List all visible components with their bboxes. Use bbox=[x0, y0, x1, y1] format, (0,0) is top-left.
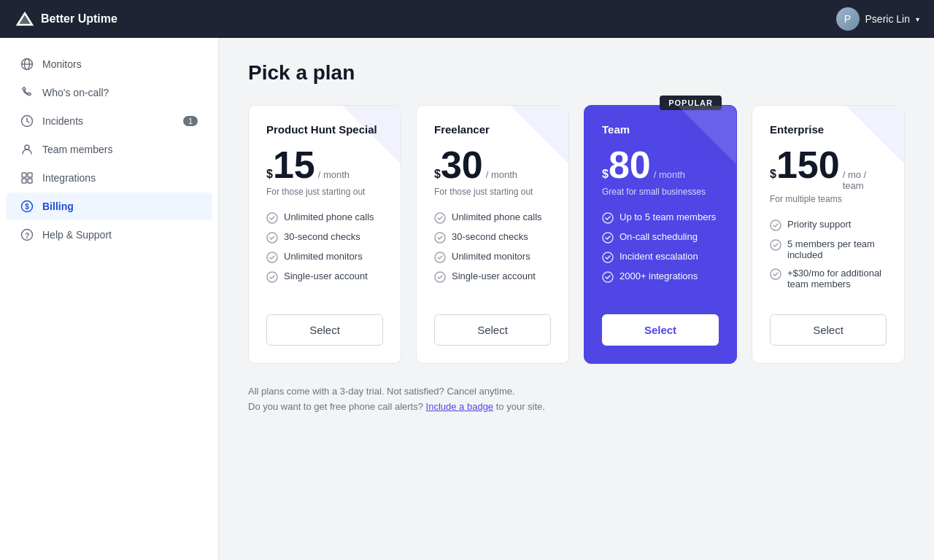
footer-line1: All plans come with a 3-day trial. Not s… bbox=[248, 384, 905, 400]
avatar: P bbox=[836, 7, 860, 31]
feature-2-3: Unlimited monitors bbox=[434, 251, 551, 263]
check-icon bbox=[602, 212, 614, 224]
svg-marker-20 bbox=[510, 106, 568, 164]
incidents-badge: 1 bbox=[183, 116, 198, 126]
puzzle-icon bbox=[20, 171, 34, 184]
feature-3-4: 2000+ integrations bbox=[602, 271, 719, 283]
brand-name: Better Uptime bbox=[41, 12, 117, 26]
feature-1-3: Unlimited monitors bbox=[266, 251, 383, 263]
plan-features-2: Unlimited phone calls 30-second checks U… bbox=[434, 211, 551, 297]
check-icon bbox=[434, 271, 446, 283]
sidebar-item-incidents[interactable]: Incidents 1 bbox=[6, 107, 212, 135]
select-button-enterprise[interactable]: Select bbox=[770, 314, 887, 346]
footer-pre: Do you want to get free phone call alert… bbox=[248, 401, 423, 412]
sidebar-item-integrations[interactable]: Integrations bbox=[6, 164, 212, 192]
check-icon bbox=[770, 219, 781, 231]
price-period-4: / mo / team bbox=[843, 169, 887, 191]
user-menu[interactable]: P Pseric Lin ▾ bbox=[836, 7, 919, 31]
clock-icon bbox=[20, 114, 34, 128]
page-title: Pick a plan bbox=[248, 61, 905, 85]
svg-marker-30 bbox=[846, 106, 904, 164]
price-amount-1: 15 bbox=[273, 146, 315, 184]
price-period-2: / month bbox=[486, 169, 517, 180]
feature-3-1: Up to 5 team members bbox=[602, 211, 719, 224]
navbar: Better Uptime P Pseric Lin ▾ bbox=[0, 0, 934, 38]
plan-card-freelancer: Freelancer $ 30 / month For those just s… bbox=[416, 105, 569, 364]
check-icon bbox=[266, 252, 278, 263]
sidebar-item-monitors[interactable]: Monitors bbox=[6, 50, 212, 78]
check-icon bbox=[434, 212, 446, 224]
person-icon bbox=[20, 143, 34, 156]
sidebar-item-team[interactable]: Team members bbox=[6, 136, 212, 163]
svg-text:?: ? bbox=[25, 231, 30, 240]
footer-note: All plans come with a 3-day trial. Not s… bbox=[248, 384, 905, 415]
price-period-1: / month bbox=[318, 169, 350, 180]
svg-point-6 bbox=[25, 145, 29, 149]
question-icon: ? bbox=[20, 228, 34, 241]
sidebar-item-billing-label: Billing bbox=[42, 201, 74, 212]
feature-2-4: Single-user account bbox=[434, 271, 551, 283]
select-button-team[interactable]: Select bbox=[602, 314, 719, 346]
phone-icon bbox=[20, 86, 34, 99]
watermark bbox=[678, 106, 736, 164]
plan-features-3: Up to 5 team members On-call scheduling … bbox=[602, 211, 719, 297]
sidebar-item-on-call-label: Who's on-call? bbox=[42, 87, 109, 98]
price-dollar-4: $ bbox=[770, 168, 776, 180]
check-icon bbox=[266, 232, 278, 244]
feature-3-2: On-call scheduling bbox=[602, 231, 719, 244]
check-icon bbox=[602, 271, 614, 283]
feature-2-1: Unlimited phone calls bbox=[434, 211, 551, 224]
plan-features-4: Priority support 5 members per team incl… bbox=[770, 219, 887, 297]
footer-post: to your site. bbox=[496, 401, 545, 412]
plans-grid: Product Hunt Special $ 15 / month For th… bbox=[248, 105, 905, 364]
feature-1-1: Unlimited phone calls bbox=[266, 211, 383, 224]
price-amount-2: 30 bbox=[441, 146, 483, 184]
plan-subtitle-4: For multiple teams bbox=[770, 194, 887, 204]
username: Pseric Lin bbox=[865, 13, 910, 25]
svg-rect-8 bbox=[28, 173, 32, 177]
check-icon bbox=[770, 268, 781, 280]
check-icon bbox=[434, 232, 446, 244]
globe-icon bbox=[20, 58, 34, 71]
plan-card-team: POPULAR Team $ 80 / month Great for smal… bbox=[584, 105, 737, 364]
sidebar-item-help-label: Help & Support bbox=[42, 229, 112, 241]
watermark bbox=[342, 106, 401, 164]
svg-rect-7 bbox=[22, 173, 26, 177]
sidebar-item-team-label: Team members bbox=[42, 144, 112, 155]
svg-marker-25 bbox=[678, 106, 736, 164]
plan-subtitle-1: For those just starting out bbox=[266, 187, 383, 197]
price-dollar-3: $ bbox=[602, 168, 609, 180]
feature-1-2: 30-second checks bbox=[266, 231, 383, 244]
watermark bbox=[510, 106, 568, 164]
watermark bbox=[846, 106, 904, 164]
check-icon bbox=[434, 252, 446, 263]
price-dollar-1: $ bbox=[266, 168, 273, 180]
check-icon bbox=[602, 232, 614, 244]
svg-marker-15 bbox=[342, 106, 401, 164]
sidebar: Monitors Who's on-call? Incidents 1 Team… bbox=[0, 38, 219, 560]
sidebar-item-incidents-label: Incidents bbox=[42, 115, 83, 127]
plan-subtitle-2: For those just starting out bbox=[434, 187, 551, 197]
chevron-down-icon: ▾ bbox=[916, 15, 919, 23]
sidebar-item-billing[interactable]: $ Billing bbox=[6, 192, 212, 220]
plan-features-1: Unlimited phone calls 30-second checks U… bbox=[266, 211, 383, 297]
select-button-freelancer[interactable]: Select bbox=[434, 314, 551, 346]
svg-rect-10 bbox=[28, 179, 32, 183]
svg-text:$: $ bbox=[25, 203, 29, 211]
sidebar-item-on-call[interactable]: Who's on-call? bbox=[6, 79, 212, 106]
feature-4-2: 5 members per team included bbox=[770, 238, 887, 260]
sidebar-item-help[interactable]: ? Help & Support bbox=[6, 221, 212, 249]
brand: Better Uptime bbox=[15, 9, 117, 29]
check-icon bbox=[266, 271, 278, 283]
feature-4-3: +$30/mo for additional team members bbox=[770, 268, 887, 289]
footer-link[interactable]: Include a badge bbox=[426, 401, 494, 412]
sidebar-item-monitors-label: Monitors bbox=[42, 58, 82, 70]
footer-line2: Do you want to get free phone call alert… bbox=[248, 400, 905, 415]
feature-2-2: 30-second checks bbox=[434, 231, 551, 244]
price-amount-4: 150 bbox=[776, 146, 840, 184]
select-button-product-hunt[interactable]: Select bbox=[266, 314, 383, 346]
feature-4-1: Priority support bbox=[770, 219, 887, 231]
brand-icon bbox=[15, 9, 35, 29]
feature-3-3: Incident escalation bbox=[602, 251, 719, 263]
check-icon bbox=[770, 239, 781, 251]
